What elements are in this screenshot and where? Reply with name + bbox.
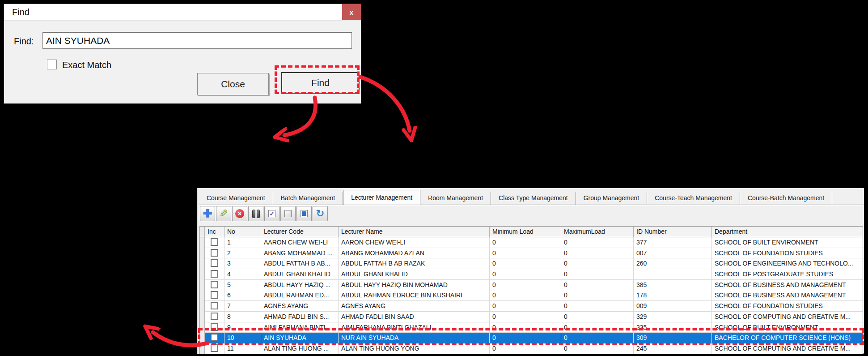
table-row[interactable]: 6ABDUL RAHMAN ED...ABDUL RAHMAN EDRUCE B… — [200, 290, 863, 301]
tab-lecturer-management[interactable]: Lecturer Management — [343, 190, 420, 205]
cell-max: 0 — [561, 269, 634, 280]
row-selector[interactable] — [200, 322, 205, 333]
row-header-column — [200, 227, 205, 237]
cell-name: AIMI FARHANA BINTI GHAZALI — [339, 322, 490, 333]
inc-checkbox[interactable] — [211, 344, 218, 352]
row-selector[interactable] — [200, 248, 205, 259]
cell-no: 11 — [224, 343, 261, 354]
grid-toolbar — [199, 206, 328, 224]
row-selector[interactable] — [200, 343, 205, 354]
tab-batch-management[interactable]: Batch Management — [273, 192, 343, 205]
inc-checkbox[interactable] — [211, 302, 218, 309]
add-icon — [203, 207, 212, 220]
inc-checkbox[interactable] — [211, 291, 218, 299]
cell-max: 0 — [561, 290, 634, 301]
add-button[interactable] — [200, 206, 215, 221]
find-dialog-titlebar: Find — [4, 4, 361, 21]
tab-group-management[interactable]: Group Management — [576, 192, 648, 205]
inc-checkbox[interactable] — [211, 259, 218, 267]
row-selector[interactable] — [200, 269, 205, 280]
delete-icon — [235, 209, 244, 218]
column-header-lecturer-name[interactable]: Lecturer Name — [339, 227, 490, 237]
table-row[interactable]: 1AARON CHEW WEI-LIAARON CHEW WEI-LI00377… — [200, 237, 863, 248]
delete-button[interactable] — [232, 206, 247, 221]
column-header-lecturer-code[interactable]: Lecturer Code — [261, 227, 339, 237]
column-header-maximumload[interactable]: MaximumLoad — [561, 227, 634, 237]
find-button[interactable]: Find — [281, 72, 360, 94]
uncheck-all-button[interactable] — [280, 206, 296, 221]
column-header-inc[interactable]: Inc — [205, 227, 224, 237]
cell-max: 0 — [561, 237, 634, 248]
cell-max: 0 — [561, 333, 634, 343]
edit-button[interactable] — [216, 206, 231, 221]
find-button[interactable] — [248, 206, 263, 221]
table-row[interactable]: 5ABDUL HAYY HAZIQ ...ABDUL HAYY HAZIQ BI… — [200, 280, 863, 291]
table-row[interactable]: 7AGNES AYANGAGNES AYANG00009SCHOOL OF FO… — [200, 301, 863, 312]
column-header-minimum-load[interactable]: Minimum Load — [490, 227, 561, 237]
cell-dept: SCHOOL OF ENGINEERING AND TECHNOLO... — [712, 258, 863, 269]
tab-course-batch-management[interactable]: Course-Batch Management — [740, 192, 832, 205]
cell-max: 0 — [561, 248, 634, 259]
cell-code: ABDUL FATTAH B AB... — [261, 258, 339, 269]
row-selector[interactable] — [200, 280, 205, 291]
row-selector[interactable] — [200, 237, 205, 248]
uncheck-all-icon — [284, 210, 292, 217]
arrow-find-to-table — [360, 77, 410, 131]
cell-dept: SCHOOL OF BUSINESS AND MANAGEMENT — [712, 290, 863, 301]
close-button[interactable]: Close — [197, 73, 269, 95]
cell-code: ABANG MOHAMMAD ... — [261, 248, 339, 259]
column-header-id-number[interactable]: ID Number — [634, 227, 712, 237]
row-selector[interactable] — [200, 290, 205, 301]
inc-checkbox[interactable] — [211, 238, 218, 246]
exact-match-checkbox[interactable] — [47, 60, 57, 69]
inc-checkbox[interactable] — [211, 249, 218, 257]
cell-id: 007 — [634, 248, 712, 259]
inc-checkbox[interactable] — [211, 313, 218, 320]
row-selector[interactable] — [200, 312, 205, 322]
column-header-no[interactable]: No — [224, 227, 261, 237]
cell-min: 0 — [490, 301, 561, 312]
find-field-label: Find: — [14, 36, 34, 47]
tab-room-management[interactable]: Room Management — [420, 192, 491, 205]
refresh-button[interactable] — [313, 206, 328, 221]
table-row[interactable]: 4ABDUL GHANI KHALIDABDUL GHANI KHALID00S… — [200, 269, 863, 280]
cell-min: 0 — [490, 258, 561, 269]
inc-checkbox[interactable] — [211, 334, 218, 341]
cell-code: ALAN TING HUONG ... — [261, 343, 339, 354]
cell-min: 0 — [490, 312, 561, 322]
cell-id: 260 — [634, 258, 712, 269]
inc-checkbox[interactable] — [211, 270, 218, 278]
row-selector[interactable] — [200, 258, 205, 269]
cell-min: 0 — [490, 280, 561, 291]
find-dialog-title: Find — [12, 7, 30, 17]
cell-dept: SCHOOL OF POSTGRADUATE STUDIES — [712, 269, 863, 280]
cell-no: 2 — [224, 248, 261, 259]
cell-min: 0 — [490, 269, 561, 280]
table-row[interactable]: 2ABANG MOHAMMAD ...ABANG MOHAMMAD AZLAN0… — [200, 248, 863, 259]
table-row[interactable]: 8AHMAD FADLI BIN S...AHMAD FADLI BIN SAA… — [200, 312, 863, 322]
screenshot-canvas: Find x Find: AIN SYUHADA Exact Match Clo… — [0, 0, 868, 356]
column-header-department[interactable]: Department — [712, 227, 863, 237]
table-row[interactable]: 3ABDUL FATTAH B AB...ABDUL FATTAH B AB R… — [200, 258, 863, 269]
find-input[interactable]: AIN SYUHADA — [42, 32, 352, 49]
row-selector[interactable] — [200, 301, 205, 312]
tab-course-management[interactable]: Course Management — [199, 192, 273, 205]
table-row[interactable]: 9AIMI FARHANA BINTI...AIMI FARHANA BINTI… — [200, 322, 863, 333]
cell-dept: SCHOOL OF BUSINESS AND MANAGEMENT — [712, 280, 863, 291]
table-row-selected[interactable]: 10AIN SYUHADANUR AIN SYUHADA00309BACHELO… — [200, 333, 863, 343]
cell-id: 178 — [634, 290, 712, 301]
cell-code: ABDUL GHANI KHALID — [261, 269, 339, 280]
cell-id: 377 — [634, 237, 712, 248]
checked-box-button[interactable] — [296, 206, 312, 221]
tab-class-type-management[interactable]: Class Type Management — [491, 192, 576, 205]
check-all-button[interactable] — [264, 206, 279, 221]
cell-dept: SCHOOL OF COMPUTING AND CREATIVE M... — [712, 343, 863, 354]
row-selector[interactable] — [200, 333, 205, 343]
cell-code: AHMAD FADLI BIN S... — [261, 312, 339, 322]
table-row[interactable]: 11ALAN TING HUONG ...ALAN TING HUONG YON… — [200, 343, 863, 354]
inc-checkbox[interactable] — [211, 323, 218, 331]
cell-max: 0 — [561, 258, 634, 269]
inc-checkbox[interactable] — [211, 281, 218, 288]
tab-course-teach-management[interactable]: Course-Teach Management — [647, 192, 740, 205]
close-icon[interactable]: x — [342, 4, 361, 20]
